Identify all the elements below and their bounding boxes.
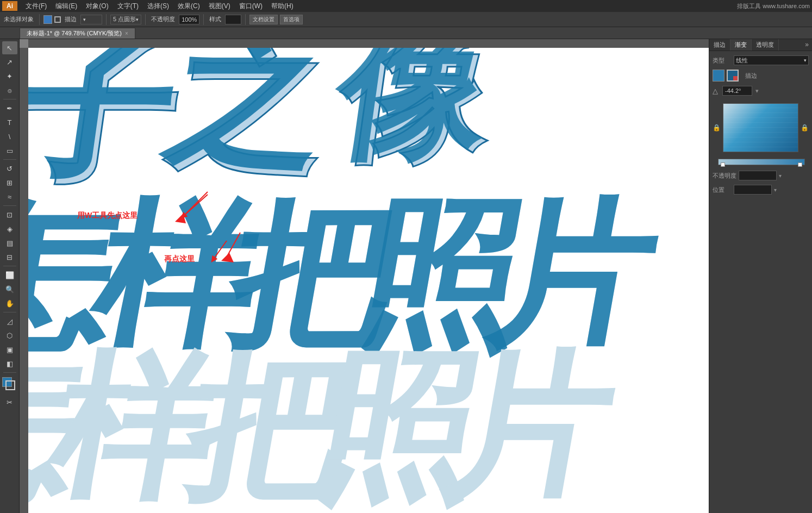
vertical-ruler: [20, 48, 28, 513]
angle-dropdown-arrow[interactable]: ▾: [755, 87, 759, 95]
menu-view[interactable]: 视图(V): [205, 1, 234, 12]
toolbar-sep-1: [39, 14, 40, 25]
symbol-tool[interactable]: ◈: [2, 222, 17, 235]
opacity-input[interactable]: [739, 171, 777, 180]
doc-setup-btn[interactable]: 文档设置: [249, 15, 278, 24]
angle-icon: △: [713, 87, 718, 95]
menu-select[interactable]: 选择(S): [143, 1, 173, 12]
tool-sep-5: [3, 312, 16, 312]
horizontal-ruler: [28, 39, 709, 48]
tab-bar: 未标题-1* @ 749.78% (CMYK/预览) ×: [0, 27, 812, 39]
menu-type[interactable]: 文字(T): [114, 1, 142, 12]
tool-sep-6: [3, 372, 16, 373]
style-label: 样式: [208, 15, 223, 23]
graph-tool[interactable]: ⊡: [2, 208, 17, 221]
gradient-swatch-1[interactable]: [713, 70, 724, 82]
tab-close-btn[interactable]: ×: [125, 30, 128, 36]
tool-sep-4: [3, 266, 16, 266]
gradient-stop-bar[interactable]: [718, 159, 805, 165]
rectangle-tool[interactable]: ▭: [2, 144, 17, 157]
warp-tool[interactable]: ≈: [2, 190, 17, 203]
type-tool[interactable]: T: [2, 116, 17, 129]
svg-rect-2: [20, 48, 28, 513]
tool-sep-3: [3, 205, 16, 206]
stroke-indicator[interactable]: [54, 16, 61, 23]
panel-expand-btn[interactable]: »: [802, 39, 812, 51]
type-label: 类型: [713, 57, 732, 65]
fill-color-swatch[interactable]: [43, 15, 52, 24]
opacity-label: 不透明度: [149, 15, 177, 23]
canvas-svg: 子 之 像 子 之 像 子 之 像 怎 样 把 照 片: [28, 48, 709, 513]
menu-effect[interactable]: 效果(C): [174, 1, 204, 12]
gradient-type-row: 类型 线性: [709, 53, 812, 67]
opacity-value[interactable]: 100%: [179, 15, 199, 24]
hand-tool[interactable]: ✋: [2, 297, 17, 310]
gradient-type-select[interactable]: 线性: [734, 55, 809, 65]
gradient-preview[interactable]: [723, 103, 798, 152]
gradient-panel-content: 类型 线性 描边 △ -44.2° ▾: [709, 51, 812, 199]
magic-wand-tool[interactable]: ✦: [2, 70, 17, 83]
location-row: 位置 ▾: [709, 183, 812, 197]
mesh-tool[interactable]: ▣: [2, 343, 17, 356]
blend-tool[interactable]: ⬡: [2, 329, 17, 342]
panel-stroke-label: 描边: [745, 72, 764, 80]
gradient-preview-row: 🔒 🔒: [709, 100, 812, 155]
menu-file[interactable]: 文件(F): [22, 1, 51, 12]
stroke-weight-dropdown[interactable]: [80, 15, 102, 24]
menu-right-area: 排版工具 www.tushare.com: [737, 2, 810, 10]
angle-input[interactable]: -44.2°: [722, 86, 752, 96]
svg-text:之: 之: [153, 48, 335, 184]
color-stop-right[interactable]: [798, 162, 802, 167]
workspace: ↖ ↗ ✦ ⌾ ✒ T \ ▭ ↺ ⊞ ≈ ⊡ ◈ ▤ ⊟ ⬜ 🔍 ✋ ◿ ⬡ …: [0, 39, 812, 513]
tab-title: 未标题-1* @ 749.78% (CMYK/预览): [27, 29, 122, 37]
stroke-label: 描边: [63, 15, 78, 23]
stroke-color-box[interactable]: [5, 380, 15, 390]
color-boxes: [2, 377, 17, 392]
lock-left[interactable]: 🔒: [713, 124, 721, 132]
column-graph-tool[interactable]: ▤: [2, 236, 17, 249]
color-stop-left[interactable]: [721, 162, 725, 167]
style-box[interactable]: [225, 15, 241, 24]
gradient-swatch-2[interactable]: [727, 70, 739, 82]
zoom-tool[interactable]: 🔍: [2, 283, 17, 296]
eyedropper-tool[interactable]: ◿: [2, 315, 17, 328]
menu-help[interactable]: 帮助(H): [267, 1, 297, 12]
toolbar-sep-3: [145, 14, 146, 25]
location-dropdown[interactable]: ▾: [774, 187, 777, 193]
svg-text:片: 片: [432, 340, 626, 513]
opacity-dropdown[interactable]: ▾: [779, 173, 782, 179]
location-input[interactable]: [734, 185, 772, 195]
lock-right[interactable]: 🔒: [801, 124, 809, 132]
tab-transparency[interactable]: 透明度: [752, 39, 779, 51]
scissors-tool[interactable]: ✂: [2, 396, 17, 409]
menu-edit[interactable]: 编辑(E): [52, 1, 81, 12]
right-panel: 描边 渐变 透明度 » 类型 线性 描边: [709, 39, 812, 513]
document-tab[interactable]: 未标题-1* @ 749.78% (CMYK/预览) ×: [20, 28, 135, 39]
eraser-tool[interactable]: ⬜: [2, 268, 17, 281]
toolbar: 未选择对象 描边 5 点圆形 不透明度 100% 样式 文档设置 首选项: [0, 12, 812, 27]
tool-sep-1: [3, 99, 16, 99]
color-stop-row: [709, 155, 812, 168]
location-label: 位置: [713, 186, 732, 194]
menu-bar: Ai 文件(F) 编辑(E) 对象(O) 文字(T) 选择(S) 效果(C) 视…: [0, 0, 812, 12]
menu-object[interactable]: 对象(O): [82, 1, 112, 12]
lasso-tool[interactable]: ⌾: [2, 84, 17, 97]
prefs-btn[interactable]: 首选项: [280, 15, 303, 24]
pen-tool[interactable]: ✒: [2, 102, 17, 115]
tool-sep-2: [3, 159, 16, 160]
opacity-label-panel: 不透明度: [713, 172, 736, 180]
direct-selection-tool[interactable]: ↗: [2, 55, 17, 68]
tab-gradient[interactable]: 渐变: [730, 39, 752, 51]
panel-tab-bar: 描边 渐变 透明度 »: [709, 39, 812, 51]
tab-stroke[interactable]: 描边: [709, 39, 730, 51]
rotate-tool[interactable]: ↺: [2, 162, 17, 175]
brush-style-dropdown[interactable]: 5 点圆形: [110, 15, 141, 24]
line-tool[interactable]: \: [2, 130, 17, 143]
scale-tool[interactable]: ⊞: [2, 176, 17, 189]
selection-tool[interactable]: ↖: [2, 41, 17, 54]
toolbar-sep-2: [106, 14, 107, 25]
slice-tool[interactable]: ⊟: [2, 251, 17, 264]
menu-window[interactable]: 窗口(W): [235, 1, 266, 12]
selection-label: 未选择对象: [2, 15, 35, 23]
gradient-tool[interactable]: ◧: [2, 357, 17, 370]
